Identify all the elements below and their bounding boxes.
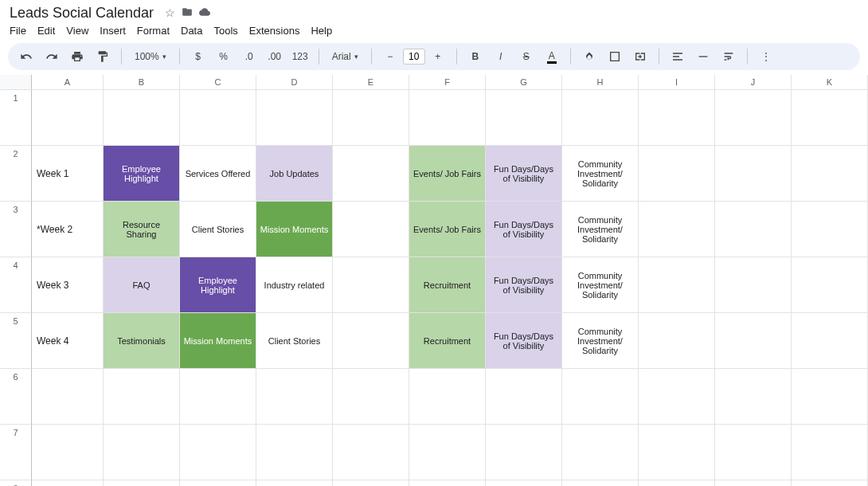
empty-cell[interactable] <box>792 480 868 486</box>
font-select[interactable]: Arial <box>327 46 363 67</box>
empty-cell[interactable] <box>333 90 409 146</box>
fill-color-button[interactable] <box>579 46 600 67</box>
menu-tools[interactable]: Tools <box>213 25 237 37</box>
empty-cell[interactable] <box>792 90 868 146</box>
valign-button[interactable] <box>693 46 714 67</box>
sheet-cell[interactable]: Events/ Job Fairs <box>409 146 486 202</box>
empty-cell[interactable] <box>639 90 715 146</box>
empty-cell[interactable] <box>486 90 562 146</box>
sheet-area[interactable]: 12Week 1Employee HighlightServices Offer… <box>0 90 868 486</box>
sheet-cell[interactable] <box>715 257 792 313</box>
empty-cell[interactable] <box>256 369 333 425</box>
empty-cell[interactable] <box>180 90 256 146</box>
sheet-cell[interactable] <box>639 202 715 257</box>
menu-edit[interactable]: Edit <box>37 25 55 37</box>
font-size-input[interactable] <box>403 49 425 65</box>
sheet-cell[interactable]: Mission Moments <box>256 202 333 257</box>
sheet-cell[interactable]: Resource Sharing <box>104 202 180 257</box>
empty-cell[interactable] <box>792 369 868 425</box>
col-header[interactable]: A <box>32 75 104 89</box>
sheet-cell[interactable]: Client Stories <box>256 313 333 369</box>
sheet-cell[interactable] <box>715 146 792 202</box>
strike-button[interactable]: S <box>516 46 537 67</box>
cloud-icon[interactable] <box>199 6 210 20</box>
sheet-cell[interactable]: Employee Highlight <box>180 257 256 313</box>
col-header[interactable]: G <box>486 75 562 89</box>
empty-cell[interactable] <box>715 90 792 146</box>
select-all-cell[interactable] <box>0 75 32 89</box>
sheet-cell[interactable]: Employee Highlight <box>104 146 180 202</box>
sheet-cell[interactable] <box>792 257 868 313</box>
align-button[interactable] <box>667 46 688 67</box>
sheet-cell[interactable] <box>792 313 868 369</box>
currency-button[interactable]: $ <box>188 46 209 67</box>
sheet-cell[interactable]: Recruitment <box>409 257 486 313</box>
col-header[interactable]: H <box>562 75 639 89</box>
row-header[interactable]: 4 <box>0 257 32 313</box>
wrap-button[interactable] <box>718 46 739 67</box>
menu-data[interactable]: Data <box>181 25 202 37</box>
empty-cell[interactable] <box>333 480 409 486</box>
sheet-cell[interactable]: Fun Days/Days of Visibility <box>486 313 562 369</box>
decrease-decimal-button[interactable]: .0 <box>239 46 260 67</box>
redo-button[interactable] <box>41 46 62 67</box>
col-header[interactable]: D <box>256 75 333 89</box>
sheet-cell[interactable] <box>333 202 409 257</box>
row-header[interactable]: 3 <box>0 202 32 257</box>
sheet-cell[interactable]: Fun Days/Days of Visibility <box>486 257 562 313</box>
sheet-cell[interactable]: Community Investment/ Solidarity <box>562 257 639 313</box>
empty-cell[interactable] <box>639 369 715 425</box>
empty-cell[interactable] <box>409 369 486 425</box>
sheet-cell[interactable]: Events/ Job Fairs <box>409 202 486 257</box>
empty-cell[interactable] <box>104 369 180 425</box>
menu-file[interactable]: File <box>10 25 26 37</box>
row-header[interactable]: 7 <box>0 425 32 480</box>
empty-cell[interactable] <box>409 90 486 146</box>
sheet-cell[interactable]: FAQ <box>104 257 180 313</box>
empty-cell[interactable] <box>256 480 333 486</box>
sheet-cell[interactable] <box>333 313 409 369</box>
paint-format-button[interactable] <box>92 46 113 67</box>
empty-cell[interactable] <box>562 425 639 480</box>
zoom-select[interactable]: 100% <box>130 46 171 67</box>
menu-view[interactable]: View <box>66 25 88 37</box>
sheet-cell[interactable] <box>715 313 792 369</box>
week-label[interactable]: Week 4 <box>32 313 104 369</box>
decrease-font-button[interactable]: − <box>380 46 401 67</box>
sheet-cell[interactable]: Industry related <box>256 257 333 313</box>
move-icon[interactable] <box>182 6 193 20</box>
italic-button[interactable]: I <box>491 46 511 67</box>
star-icon[interactable]: ☆ <box>165 6 175 20</box>
empty-cell[interactable] <box>256 425 333 480</box>
empty-cell[interactable] <box>180 425 256 480</box>
sheet-cell[interactable]: Job Updates <box>256 146 333 202</box>
percent-button[interactable]: % <box>213 46 234 67</box>
week-label[interactable]: *Week 2 <box>32 202 104 257</box>
empty-cell[interactable] <box>715 480 792 486</box>
sheet-cell[interactable]: Mission Moments <box>180 313 256 369</box>
sheet-cell[interactable]: Fun Days/Days of Visibility <box>486 202 562 257</box>
sheet-cell[interactable]: Fun Days/Days of Visibility <box>486 146 562 202</box>
col-header[interactable]: J <box>715 75 792 89</box>
sheet-cell[interactable] <box>715 202 792 257</box>
sheet-cell[interactable]: Community Investment/ Solidarity <box>562 146 639 202</box>
sheet-cell[interactable]: Services Offered <box>180 146 256 202</box>
col-header[interactable]: F <box>409 75 486 89</box>
sheet-cell[interactable] <box>639 313 715 369</box>
sheet-cell[interactable] <box>639 146 715 202</box>
merge-button[interactable] <box>630 46 651 67</box>
col-header[interactable]: I <box>639 75 715 89</box>
row-header[interactable]: 1 <box>0 90 32 146</box>
empty-cell[interactable] <box>180 480 256 486</box>
sheet-cell[interactable] <box>333 257 409 313</box>
more-formats-button[interactable]: 123 <box>290 46 311 67</box>
sheet-cell[interactable] <box>639 257 715 313</box>
sheet-cell[interactable] <box>792 146 868 202</box>
row-header[interactable]: 5 <box>0 313 32 369</box>
empty-cell[interactable] <box>104 425 180 480</box>
col-header[interactable]: B <box>104 75 180 89</box>
print-button[interactable] <box>67 46 88 67</box>
sheet-cell[interactable]: Community Investment/ Solidarity <box>562 202 639 257</box>
sheet-cell[interactable]: Community Investment/ Solidarity <box>562 313 639 369</box>
row-header[interactable]: 6 <box>0 369 32 425</box>
